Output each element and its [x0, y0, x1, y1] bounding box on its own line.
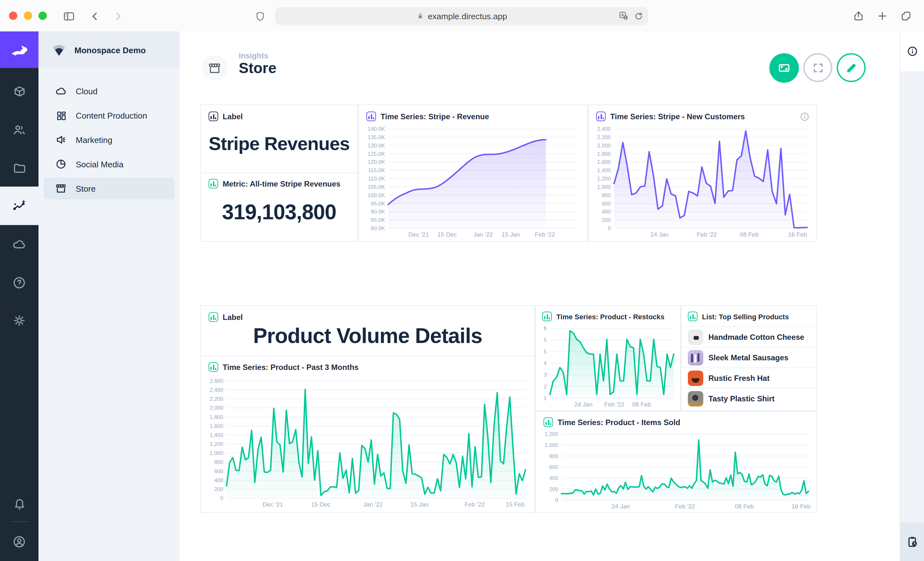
sidebar-toggle-icon[interactable]: [60, 8, 77, 24]
svg-text:15 Feb: 15 Feb: [506, 501, 525, 508]
storefront-icon: [208, 61, 221, 75]
translate-icon[interactable]: A文: [619, 11, 629, 21]
chart-chip-icon: [596, 112, 606, 121]
stripe-revenue-chart: 140.0K135.0K130.0K125.0K120.0K115.0K110.…: [363, 126, 583, 238]
svg-text:800: 800: [214, 459, 223, 465]
svg-text:2,200: 2,200: [597, 134, 611, 141]
svg-text:1,200: 1,200: [597, 176, 611, 182]
svg-text:2,600: 2,600: [210, 378, 223, 384]
svg-text:2,000: 2,000: [210, 405, 223, 411]
lock-icon: [416, 12, 424, 20]
svg-text:5: 5: [544, 349, 547, 355]
svg-text:Feb '22: Feb '22: [675, 503, 695, 510]
svg-text:1,400: 1,400: [210, 432, 223, 438]
module-help-icon[interactable]: [0, 263, 39, 302]
forward-icon[interactable]: [109, 8, 126, 24]
panel-header: Time Series: Product - Past 3 Months: [223, 362, 359, 371]
info-icon[interactable]: [800, 112, 810, 124]
svg-text:08 Feb: 08 Feb: [632, 401, 651, 408]
module-insights-icon[interactable]: [0, 187, 39, 225]
module-users-icon[interactable]: [0, 111, 39, 150]
sidebar-item-social-media[interactable]: Social Media: [44, 153, 174, 175]
label-text: Stripe Revenues: [201, 133, 357, 154]
list-item[interactable]: Handmade Cotton Cheese: [681, 326, 816, 347]
address-bar[interactable]: example.directus.app A文: [275, 7, 648, 25]
pie-chart-icon: [55, 159, 67, 170]
svg-text:24 Jan: 24 Jan: [650, 231, 669, 238]
product-thumbnail: [688, 350, 703, 365]
rabbit-logo-icon: [8, 40, 30, 59]
application-window: example.directus.app A文: [0, 0, 924, 561]
user-avatar-icon[interactable]: [0, 522, 39, 561]
zoom-window-button[interactable]: [39, 12, 47, 20]
svg-text:5: 5: [544, 337, 547, 343]
svg-text:1,800: 1,800: [210, 414, 223, 420]
svg-text:1,600: 1,600: [597, 159, 611, 165]
notifications-bell-icon[interactable]: [0, 484, 39, 522]
sidebar-item-content-production[interactable]: Content Production: [44, 105, 174, 126]
module-content-icon[interactable]: [0, 72, 39, 111]
project-header[interactable]: Monospace Demo: [39, 31, 180, 69]
fullscreen-button[interactable]: [803, 53, 832, 82]
panel-header: Label: [223, 112, 243, 121]
share-icon[interactable]: [850, 8, 867, 24]
svg-text:Feb '22: Feb '22: [697, 231, 717, 238]
sidebar-item-label: Content Production: [76, 111, 147, 120]
panel-product-items-sold: Time Series: Product - Items Sold 1,2001…: [535, 411, 817, 513]
close-window-button[interactable]: [9, 12, 17, 20]
list-item[interactable]: Tasty Plastic Shirt: [681, 388, 816, 409]
reload-icon[interactable]: [634, 12, 643, 21]
svg-text:1: 1: [544, 395, 547, 401]
new-tab-icon[interactable]: [874, 8, 891, 24]
svg-text:1,000: 1,000: [597, 184, 611, 190]
sidebar-item-cloud[interactable]: Cloud: [44, 80, 174, 102]
clipboard-clock-icon: [906, 536, 918, 548]
product-restocks-chart: 655432124 JanFeb '2208 Feb: [538, 325, 679, 408]
tab-overview-icon[interactable]: [898, 8, 914, 24]
panel-divider: [201, 172, 357, 173]
module-bar: [0, 31, 39, 561]
svg-text:16 Feb: 16 Feb: [788, 231, 807, 238]
back-icon[interactable]: [87, 8, 103, 24]
chart-chip-icon: [208, 362, 218, 372]
breadcrumb[interactable]: Insights: [239, 51, 268, 60]
zoom-to-fit-button[interactable]: [770, 53, 799, 83]
product-name: Handmade Cotton Cheese: [708, 333, 804, 342]
svg-text:Feb '22: Feb '22: [604, 401, 624, 408]
info-sidebar-button[interactable]: [900, 31, 924, 71]
list-item[interactable]: Rustic Fresh Hat: [681, 367, 816, 389]
svg-text:135.0K: 135.0K: [368, 134, 386, 141]
module-cloud-icon[interactable]: [0, 225, 39, 263]
product-name: Tasty Plastic Shirt: [708, 394, 774, 403]
svg-text:400: 400: [549, 475, 558, 481]
svg-text:1,800: 1,800: [597, 151, 611, 157]
sidebar-item-marketing[interactable]: Marketing: [44, 129, 174, 151]
svg-text:3: 3: [544, 372, 547, 378]
list-item[interactable]: Sleek Metal Sausages: [681, 347, 816, 368]
project-logo[interactable]: [0, 31, 39, 68]
chart-chip-icon: [208, 179, 218, 188]
activity-log-button[interactable]: [900, 522, 924, 561]
edit-dashboard-button[interactable]: [837, 53, 866, 82]
panel-header: Label: [223, 313, 243, 322]
svg-text:130.0K: 130.0K: [368, 143, 386, 149]
fullscreen-icon: [812, 61, 824, 74]
panel-header: Metric: All-time Stripe Revenues: [223, 179, 340, 188]
svg-text:Dec '21: Dec '21: [262, 501, 283, 508]
minimize-window-button[interactable]: [24, 12, 32, 20]
module-settings-icon[interactable]: [0, 301, 39, 340]
project-signal-icon: [51, 42, 67, 58]
svg-text:0: 0: [555, 497, 558, 503]
sidebar-item-store[interactable]: Store: [44, 178, 174, 199]
svg-text:600: 600: [602, 200, 611, 207]
svg-text:125.0K: 125.0K: [368, 151, 386, 157]
panel-product-volume: Label Product Volume Details Time Series…: [200, 305, 535, 513]
shield-icon[interactable]: [252, 8, 268, 24]
svg-text:115.0K: 115.0K: [368, 168, 385, 174]
module-files-icon[interactable]: [0, 149, 39, 187]
product-past-3-months-chart: 2,6002,4002,2002,0001,8001,6001,4001,200…: [205, 378, 531, 509]
svg-text:1,200: 1,200: [210, 441, 223, 447]
panel-divider: [201, 356, 534, 356]
label-text: Product Volume Details: [201, 324, 534, 348]
svg-text:110.0K: 110.0K: [368, 176, 385, 182]
